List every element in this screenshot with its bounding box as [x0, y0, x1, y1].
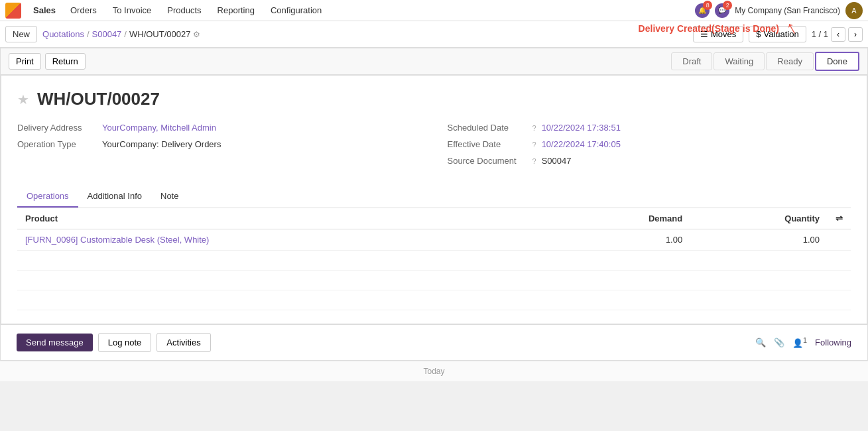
notif-badge-2: 2 [723, 1, 732, 10]
print-button[interactable]: Print [9, 53, 41, 70]
gear-icon[interactable]: ⚙ [193, 30, 200, 39]
form-left: Delivery Address YourCompany, Mitchell A… [17, 123, 421, 172]
status-actions: Print Return [9, 53, 86, 70]
stage-ready[interactable]: Ready [766, 52, 814, 70]
follower-count-icon[interactable]: 👤1 [792, 336, 807, 348]
sub-toolbar: New Quotations / S00047 / WH/OUT/00027 ⚙… [0, 21, 868, 48]
company-name: My Company (San Francisco) [735, 6, 840, 15]
navbar-configuration[interactable]: Configuration [263, 0, 330, 21]
empty-row-3 [17, 290, 851, 310]
navbar-right: 🔔 8 💬 2 My Company (San Francisco) A [695, 2, 863, 19]
navbar-to-invoice[interactable]: To Invoice [105, 0, 160, 21]
quantity-value: 1.00 [690, 229, 828, 251]
pager-prev[interactable]: ‹ [831, 27, 845, 42]
tab-additional-info[interactable]: Additional Info [78, 186, 151, 208]
row-action [828, 229, 851, 251]
th-product: Product [17, 208, 556, 229]
chatter-right: 🔍 📎 👤1 Following [755, 336, 851, 348]
status-stages: Draft Waiting Ready Done [671, 52, 859, 71]
moves-button[interactable]: ☰ Moves [693, 26, 743, 42]
valuation-label: Valuation [763, 29, 798, 39]
tab-note[interactable]: Note [151, 186, 188, 208]
delivery-address-field: Delivery Address YourCompany, Mitchell A… [17, 123, 421, 133]
pager-count: 1 / 1 [812, 29, 828, 39]
valuation-button[interactable]: $ Valuation [749, 26, 806, 42]
page-wrapper: Sales Orders To Invoice Products Reporti… [0, 0, 868, 431]
doc-header: ★ WH/OUT/00027 [17, 89, 851, 109]
breadcrumb-quotations[interactable]: Quotations [42, 29, 84, 39]
today-label: Today [423, 367, 444, 376]
navbar-products[interactable]: Products [159, 0, 209, 21]
notification-icon-2[interactable]: 💬 2 [715, 3, 729, 18]
notification-icon-1[interactable]: 🔔 8 [695, 3, 710, 18]
moves-icon: ☰ [700, 29, 708, 39]
source-document-help-icon[interactable]: ? [532, 157, 536, 165]
pager-next[interactable]: › [848, 27, 863, 42]
follower-count: 1 [803, 336, 807, 344]
form-right: Scheduled Date ? 10/22/2024 17:38:51 Eff… [448, 123, 851, 172]
breadcrumb-current: WH/OUT/00027 [129, 29, 190, 39]
operation-type-label: Operation Type [17, 139, 97, 149]
content-card: Print Return Draft Waiting Ready Done ★ … [0, 48, 868, 361]
main-form: ★ WH/OUT/00027 Delivery Address YourComp… [1, 75, 867, 324]
scheduled-date-value: 10/22/2024 17:38:51 [542, 123, 621, 133]
delivery-address-label: Delivery Address [17, 123, 97, 133]
pager: 1 / 1 ‹ › [812, 27, 863, 42]
navbar-app[interactable]: Sales [27, 5, 62, 15]
favorite-star-icon[interactable]: ★ [17, 92, 29, 107]
operation-type-field: Operation Type YourCompany: Delivery Ord… [17, 139, 421, 149]
product-name[interactable]: [FURN_0096] Customizable Desk (Steel, Wh… [17, 229, 556, 251]
source-document-value: S00047 [542, 156, 572, 166]
navbar-reporting[interactable]: Reporting [210, 0, 263, 21]
tab-operations[interactable]: Operations [17, 186, 78, 208]
form-grid: Delivery Address YourCompany, Mitchell A… [17, 123, 851, 172]
attachment-icon[interactable]: 📎 [774, 338, 784, 347]
stage-waiting[interactable]: Waiting [713, 52, 765, 70]
activities-button[interactable]: Activities [156, 333, 210, 352]
th-demand: Demand [556, 208, 690, 229]
breadcrumb-s00047[interactable]: S00047 [92, 29, 122, 39]
table-row: [FURN_0096] Customizable Desk (Steel, Wh… [17, 229, 851, 251]
following-button[interactable]: Following [815, 338, 851, 347]
breadcrumb: Quotations / S00047 / WH/OUT/00027 ⚙ [42, 29, 200, 39]
scheduled-date-help-icon[interactable]: ? [532, 124, 536, 132]
notif-badge-1: 8 [703, 1, 712, 10]
search-icon[interactable]: 🔍 [755, 338, 766, 347]
doc-title: WH/OUT/00027 [37, 89, 160, 109]
delivery-address-value[interactable]: YourCompany, Mitchell Admin [102, 123, 216, 133]
log-note-button[interactable]: Log note [98, 333, 152, 352]
breadcrumb-sep1: / [87, 29, 90, 39]
dollar-icon: $ [756, 29, 761, 39]
source-document-label: Source Document [448, 156, 527, 166]
operations-table: Product Demand Quantity ⇌ [FURN_0096] Cu… [17, 208, 851, 310]
tabs: Operations Additional Info Note [17, 186, 851, 208]
effective-date-value: 10/22/2024 17:40:05 [542, 139, 621, 149]
app-logo [5, 3, 21, 19]
demand-value: 1.00 [556, 229, 690, 251]
stage-done[interactable]: Done [815, 52, 859, 71]
scheduled-date-field: Scheduled Date ? 10/22/2024 17:38:51 [448, 123, 851, 133]
moves-label: Moves [711, 29, 736, 39]
operation-type-value: YourCompany: Delivery Orders [102, 139, 221, 149]
today-bar: Today [0, 361, 868, 381]
effective-date-label: Effective Date [448, 139, 527, 149]
sub-toolbar-right: Delivery Created(Stage is Done) → ☰ Move… [693, 26, 863, 42]
effective-date-field: Effective Date ? 10/22/2024 17:40:05 [448, 139, 851, 149]
table-container: Product Demand Quantity ⇌ [FURN_0096] Cu… [17, 208, 851, 310]
user-avatar[interactable]: A [845, 2, 863, 19]
stage-draft[interactable]: Draft [671, 52, 712, 70]
status-bar: Print Return Draft Waiting Ready Done [1, 48, 867, 75]
th-quantity: Quantity [690, 208, 828, 229]
navbar-orders[interactable]: Orders [62, 0, 105, 21]
effective-date-help-icon[interactable]: ? [532, 141, 536, 149]
return-button[interactable]: Return [45, 53, 86, 70]
navbar: Sales Orders To Invoice Products Reporti… [0, 0, 868, 21]
send-message-button[interactable]: Send message [17, 334, 93, 351]
empty-row-2 [17, 271, 851, 290]
source-document-field: Source Document ? S00047 [448, 156, 851, 166]
chatter-bar: Send message Log note Activities 🔍 📎 👤1 … [1, 324, 867, 360]
empty-row-1 [17, 251, 851, 271]
th-settings-icon[interactable]: ⇌ [828, 208, 851, 229]
scheduled-date-label: Scheduled Date [448, 123, 527, 133]
new-button[interactable]: New [5, 26, 37, 42]
